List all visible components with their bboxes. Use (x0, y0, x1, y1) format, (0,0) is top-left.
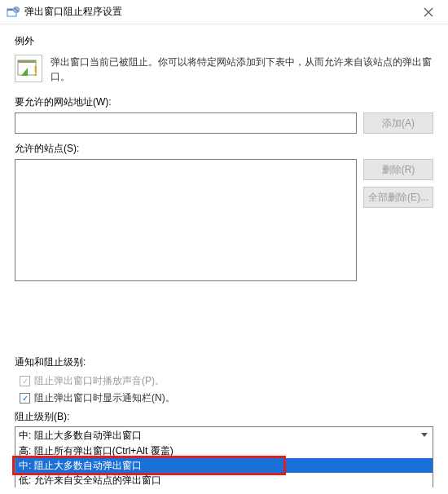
remove-button[interactable]: 删除(R) (363, 159, 433, 180)
notifications-section: 通知和阻止级别: ✓ 阻止弹出窗口时播放声音(P)。 ✓ 阻止弹出窗口时显示通知… (0, 355, 448, 494)
title-bar: 弹出窗口阻止程序设置 (0, 0, 448, 24)
show-notification-bar-checkbox[interactable]: ✓ (20, 393, 30, 404)
svg-text:!: ! (33, 64, 37, 78)
close-button[interactable] (412, 1, 445, 24)
show-notification-bar-label: 阻止弹出窗口时显示通知栏(N)。 (34, 391, 175, 405)
exceptions-heading: 例外 (15, 34, 433, 48)
option-low[interactable]: 低: 允许来自安全站点的弹出窗口 (15, 473, 433, 487)
address-input[interactable] (15, 112, 357, 134)
window-title: 弹出窗口阻止程序设置 (24, 5, 122, 19)
app-icon (7, 6, 20, 19)
popup-blocked-icon: ! (15, 55, 42, 82)
allowed-sites-label: 允许的站点(S): (15, 142, 433, 156)
notifications-heading: 通知和阻止级别: (15, 355, 433, 369)
svg-rect-5 (18, 60, 36, 63)
combo-selected-value: 中: 阻止大多数自动弹出窗口 (19, 429, 142, 443)
close-icon (424, 7, 433, 17)
chevron-down-icon (418, 429, 431, 442)
info-text: 弹出窗口当前已被阻止。你可以将特定网站添加到下表中，从而允许来自该站点的弹出窗口… (51, 55, 433, 84)
option-high[interactable]: 高: 阻止所有弹出窗口(Ctrl+Alt 覆盖) (15, 443, 433, 458)
option-medium[interactable]: 中: 阻止大多数自动弹出窗口 (15, 458, 433, 473)
block-level-combo[interactable]: 中: 阻止大多数自动弹出窗口 (15, 426, 433, 444)
block-level-label: 阻止级别(B): (15, 410, 433, 424)
remove-all-button[interactable]: 全部删除(E)... (363, 187, 433, 208)
address-label: 要允许的网站地址(W): (15, 95, 433, 109)
content-area: 例外 ! 弹出窗口当前已被阻止。你可以将特定网站添加到下表中，从而允许来自该站点… (0, 24, 448, 281)
allowed-sites-listbox[interactable] (15, 159, 357, 281)
play-sound-label: 阻止弹出窗口时播放声音(P)。 (34, 374, 165, 388)
block-level-dropdown: 高: 阻止所有弹出窗口(Ctrl+Alt 覆盖) 中: 阻止大多数自动弹出窗口 … (15, 443, 433, 487)
add-button[interactable]: 添加(A) (363, 112, 433, 134)
play-sound-checkbox[interactable]: ✓ (20, 376, 30, 386)
